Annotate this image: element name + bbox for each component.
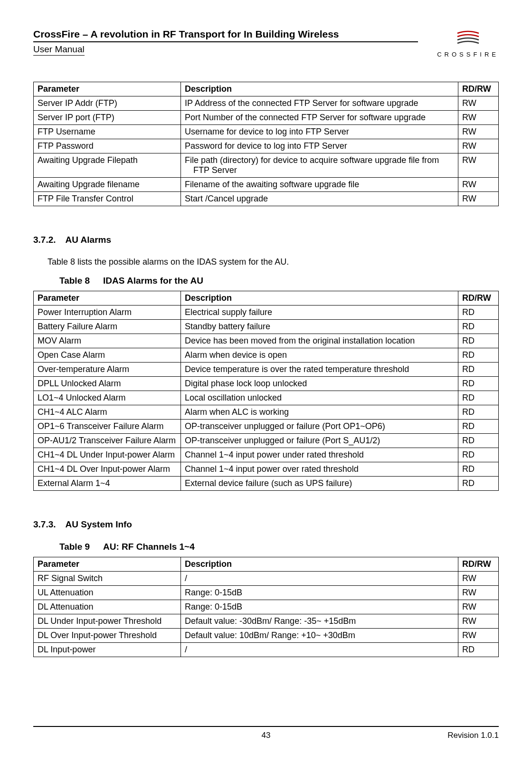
cell-rdrw: RD <box>458 477 499 491</box>
cell-description: Port Number of the connected FTP Server … <box>181 111 458 125</box>
table-row: Power Interruption AlarmElectrical suppl… <box>34 306 499 320</box>
cell-rdrw: RW <box>458 586 499 600</box>
revision-label: Revision 1.0.1 <box>447 731 499 740</box>
cell-description: Digital phase lock loop unlocked <box>181 377 458 391</box>
page-footer: 43 Revision 1.0.1 <box>33 726 499 740</box>
cell-parameter: OP-AU1/2 Transceiver Failure Alarm <box>34 434 181 448</box>
crossfire-logo-text: CROSSFIRE <box>437 51 499 58</box>
cell-description: Range: 0-15dB <box>181 600 458 614</box>
table-au-rf-channels: Parameter Description RD/RW RF Signal Sw… <box>33 557 499 657</box>
table-row: CH1~4 DL Over Input-power AlarmChannel 1… <box>34 462 499 477</box>
cell-rdrw: RW <box>458 629 499 643</box>
section-number: 3.7.3. <box>33 519 56 530</box>
table-caption-title: AU: RF Channels 1~4 <box>103 542 195 552</box>
cell-description: Filename of the awaiting software upgrad… <box>181 178 458 192</box>
cell-parameter: DL Attenuation <box>34 600 181 614</box>
table-row: FTP PasswordPassword for device to log i… <box>34 139 499 153</box>
table-8-caption: Table 8IDAS Alarms for the AU <box>59 276 499 286</box>
cell-rdrw: RD <box>458 405 499 420</box>
cell-parameter: CH1~4 ALC Alarm <box>34 405 181 420</box>
cell-rdrw: RD <box>458 643 499 657</box>
cell-description: / <box>181 572 458 586</box>
cell-parameter: CH1~4 DL Over Input-power Alarm <box>34 462 181 477</box>
section-372-heading: 3.7.2.AU Alarms <box>33 235 499 245</box>
cell-parameter: DL Under Input-power Threshold <box>34 614 181 629</box>
crossfire-logo: CROSSFIRE <box>437 29 499 58</box>
cell-description: Alarm when device is open <box>181 348 458 363</box>
cell-rdrw: RW <box>458 178 499 192</box>
cell-parameter: DL Input-power <box>34 643 181 657</box>
cell-rdrw: RD <box>458 448 499 462</box>
cell-description: Channel 1~4 input power over rated thres… <box>181 462 458 477</box>
cell-parameter: Power Interruption Alarm <box>34 306 181 320</box>
cell-parameter: DL Over Input-power Threshold <box>34 629 181 643</box>
cell-description: OP-transceiver unplugged or failure (Por… <box>181 420 458 434</box>
table-row: DL Over Input-power ThresholdDefault val… <box>34 629 499 643</box>
cell-rdrw: RW <box>458 125 499 139</box>
table-au-alarms: Parameter Description RD/RW Power Interr… <box>33 291 499 491</box>
col-header-parameter: Parameter <box>34 291 181 306</box>
col-header-description: Description <box>181 557 458 572</box>
table-header-row: Parameter Description RD/RW <box>34 82 499 96</box>
section-title: AU System Info <box>66 519 132 529</box>
cell-description: Username for device to log into FTP Serv… <box>181 125 458 139</box>
cell-parameter: DPLL Unlocked Alarm <box>34 377 181 391</box>
table-row: MOV AlarmDevice has been moved from the … <box>34 334 499 348</box>
cell-description: Password for device to log into FTP Serv… <box>181 139 458 153</box>
col-header-rdrw: RD/RW <box>458 82 499 96</box>
table-row: CH1~4 ALC AlarmAlarm when ALC is working… <box>34 405 499 420</box>
table-row: Server IP Addr (FTP)IP Address of the co… <box>34 96 499 111</box>
cell-parameter: OP1~6 Transceiver Failure Alarm <box>34 420 181 434</box>
cell-parameter: RF Signal Switch <box>34 572 181 586</box>
col-header-rdrw: RD/RW <box>458 291 499 306</box>
cell-rdrw: RD <box>458 363 499 377</box>
cell-parameter: FTP Username <box>34 125 181 139</box>
col-header-description: Description <box>181 291 458 306</box>
cell-description: Local oscillation unlocked <box>181 391 458 405</box>
col-header-rdrw: RD/RW <box>458 557 499 572</box>
col-header-description: Description <box>181 82 458 96</box>
cell-parameter: FTP Password <box>34 139 181 153</box>
cell-description: OP-transceiver unplugged or failure (Por… <box>181 434 458 448</box>
cell-rdrw: RD <box>458 320 499 334</box>
cell-description: External device failure (such as UPS fai… <box>181 477 458 491</box>
cell-description: Device temperature is over the rated tem… <box>181 363 458 377</box>
section-title: AU Alarms <box>66 235 111 245</box>
cell-rdrw: RW <box>458 111 499 125</box>
cell-parameter: Server IP Addr (FTP) <box>34 96 181 111</box>
cell-description: Channel 1~4 input power under rated thre… <box>181 448 458 462</box>
table-caption-title: IDAS Alarms for the AU <box>103 276 203 286</box>
cell-description: Alarm when ALC is working <box>181 405 458 420</box>
cell-rdrw: RW <box>458 153 499 178</box>
table-row: OP1~6 Transceiver Failure AlarmOP-transc… <box>34 420 499 434</box>
section-372-text: Table 8 lists the possible alarms on the… <box>48 257 499 267</box>
table-row: DL AttenuationRange: 0-15dBRW <box>34 600 499 614</box>
cell-parameter: Awaiting Upgrade Filepath <box>34 153 181 178</box>
table-row: DL Under Input-power ThresholdDefault va… <box>34 614 499 629</box>
cell-rdrw: RD <box>458 377 499 391</box>
table-row: LO1~4 Unlocked AlarmLocal oscillation un… <box>34 391 499 405</box>
document-subtitle: User Manual <box>33 44 85 56</box>
table-ftp-params: Parameter Description RD/RW Server IP Ad… <box>33 82 499 206</box>
cell-rdrw: RW <box>458 192 499 206</box>
table-9-caption: Table 9AU: RF Channels 1~4 <box>59 542 499 552</box>
col-header-parameter: Parameter <box>34 82 181 96</box>
table-row: Awaiting Upgrade FilepathFile path (dire… <box>34 153 499 178</box>
table-row: OP-AU1/2 Transceiver Failure AlarmOP-tra… <box>34 434 499 448</box>
cell-description: Default value: 10dBm/ Range: +10~ +30dBm <box>181 629 458 643</box>
cell-rdrw: RD <box>458 420 499 434</box>
cell-description: Electrical supply failure <box>181 306 458 320</box>
cell-parameter: Over-temperature Alarm <box>34 363 181 377</box>
table-row: CH1~4 DL Under Input-power AlarmChannel … <box>34 448 499 462</box>
cell-rdrw: RD <box>458 462 499 477</box>
page-header: CrossFire – A revolution in RF Transport… <box>33 29 499 58</box>
cell-description: Range: 0-15dB <box>181 586 458 600</box>
cell-rdrw: RW <box>458 572 499 586</box>
cell-parameter: UL Attenuation <box>34 586 181 600</box>
cell-rdrw: RD <box>458 306 499 320</box>
cell-description: File path (directory) for device to acqu… <box>181 153 458 178</box>
table-row: FTP File Transfer ControlStart /Cancel u… <box>34 192 499 206</box>
table-row: Awaiting Upgrade filenameFilename of the… <box>34 178 499 192</box>
cell-parameter: Server IP port (FTP) <box>34 111 181 125</box>
crossfire-logo-icon <box>455 29 481 45</box>
